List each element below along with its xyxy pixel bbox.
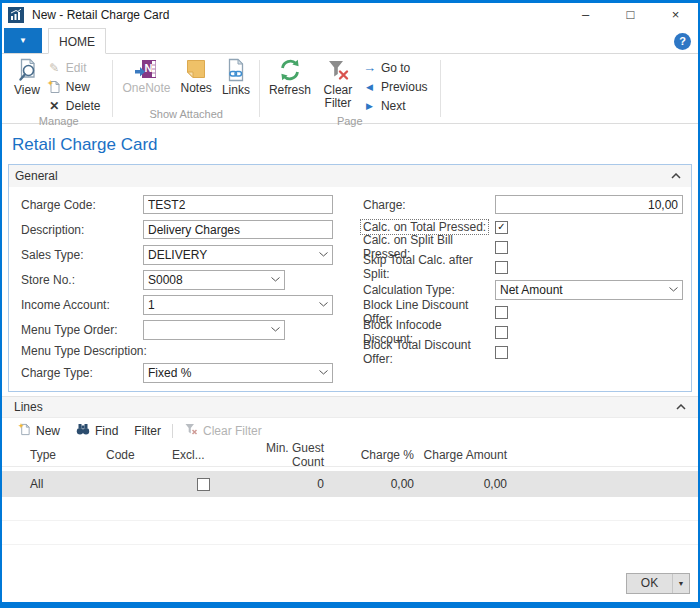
column-header-code[interactable]: Code [106, 448, 172, 462]
next-button[interactable]: ▶ Next [360, 96, 436, 115]
lines-filter-label: Filter [134, 424, 161, 438]
column-header-charge-amount[interactable]: Charge Amount [414, 448, 507, 462]
delete-x-icon: ✕ [47, 99, 62, 113]
description-label: Description: [21, 223, 143, 237]
goto-arrow-icon: → [362, 62, 377, 74]
links-icon [226, 58, 246, 82]
previous-label: Previous [381, 80, 428, 94]
ok-button[interactable]: OK ▼ [626, 573, 690, 594]
column-header-charge-pct[interactable]: Charge % [324, 448, 414, 462]
block-total-discount-offer-checkbox[interactable] [495, 346, 508, 359]
general-body: Charge Code: Description: Sales Type: DE… [9, 187, 691, 391]
lines-fasttab: Lines New [2, 396, 698, 545]
minimize-icon[interactable]: – [563, 3, 608, 27]
calc-on-total-pressed-checkbox[interactable]: ✓ [495, 221, 508, 234]
ribbon-separator [440, 60, 441, 117]
previous-arrow-icon: ◀ [362, 82, 377, 92]
new-page-icon [47, 80, 62, 94]
charge-field[interactable] [495, 195, 683, 214]
general-fasttab: General Charge Code: Description: Sales … [8, 164, 692, 392]
lines-fasttab-header[interactable]: Lines [2, 396, 698, 418]
column-header-min-guest-count[interactable]: Min. Guest Count [234, 441, 324, 469]
ribbon-tab-row: ▼ HOME ? [2, 27, 698, 54]
clear-filter-small-icon [184, 422, 198, 439]
help-icon[interactable]: ? [674, 33, 691, 50]
toolbar-separator [172, 424, 173, 438]
menu-type-description-label: Menu Type Description: [21, 344, 147, 358]
app-menu-button[interactable]: ▼ [4, 28, 42, 53]
general-header-label: General [15, 169, 58, 183]
close-icon[interactable]: × [653, 3, 698, 27]
previous-button[interactable]: ◀ Previous [360, 77, 436, 96]
links-button[interactable]: Links [217, 56, 255, 97]
block-line-discount-offer-checkbox[interactable] [495, 306, 508, 319]
menu-type-order-select[interactable] [143, 320, 285, 340]
view-icon [16, 58, 38, 82]
collapse-chevron-icon[interactable] [671, 173, 681, 179]
onenote-button[interactable]: N OneNote [117, 56, 175, 95]
goto-button[interactable]: → Go to [360, 58, 436, 77]
block-infocode-discount-checkbox[interactable] [495, 326, 508, 339]
description-field[interactable] [143, 220, 333, 239]
column-header-type[interactable]: Type [30, 448, 106, 462]
store-no-select[interactable]: S0008 [143, 270, 285, 290]
ribbon: View ✎ Edit [2, 54, 698, 124]
empty-grid-row [2, 497, 698, 521]
calculation-type-value: Net Amount [500, 283, 563, 297]
cell-charge-pct: 0,00 [324, 477, 414, 491]
chevron-down-icon [271, 277, 280, 282]
notes-icon [185, 58, 207, 80]
notes-button[interactable]: Notes [176, 56, 217, 95]
sales-type-label: Sales Type: [21, 248, 143, 262]
delete-button[interactable]: ✕ Delete [45, 96, 109, 115]
binoculars-icon [76, 423, 90, 438]
menu-type-order-label: Menu Type Order: [21, 323, 143, 337]
cell-type: All [30, 477, 106, 491]
cell-excl [172, 478, 234, 491]
calc-on-split-bill-pressed-checkbox[interactable] [495, 241, 508, 254]
calculation-type-select[interactable]: Net Amount [495, 280, 683, 300]
income-account-label: Income Account: [21, 298, 143, 312]
edit-button[interactable]: ✎ Edit [45, 58, 109, 77]
refresh-button[interactable]: Refresh [264, 56, 316, 97]
lines-new-button[interactable]: New [10, 418, 68, 443]
onenote-label: OneNote [122, 82, 170, 95]
ok-dropdown-icon[interactable]: ▼ [672, 574, 689, 593]
lines-clear-filter-button[interactable]: Clear Filter [176, 418, 270, 443]
excl-checkbox[interactable] [197, 478, 210, 491]
sales-type-value: DELIVERY [148, 248, 207, 262]
maximize-icon[interactable]: □ [608, 3, 653, 27]
app-chart-icon [8, 7, 24, 23]
clear-filter-label: Clear Filter [321, 84, 355, 110]
lines-clear-filter-label: Clear Filter [203, 424, 262, 438]
charge-code-field[interactable] [143, 195, 333, 214]
lines-find-button[interactable]: Find [68, 418, 126, 443]
lines-row[interactable]: All 0 0,00 0,00 [2, 471, 698, 497]
column-header-excl[interactable]: Excl... [172, 448, 234, 462]
clear-filter-button[interactable]: Clear Filter [316, 56, 360, 110]
cell-min-guest-count: 0 [234, 477, 324, 491]
lines-new-label: New [36, 424, 60, 438]
lines-filter-button[interactable]: Filter [126, 418, 169, 443]
general-fasttab-header[interactable]: General [9, 165, 691, 187]
collapse-chevron-icon[interactable] [676, 404, 686, 410]
manage-group-label: Manage [6, 115, 111, 130]
view-button[interactable]: View [9, 56, 45, 97]
ribbon-separator [259, 60, 260, 117]
sales-type-select[interactable]: DELIVERY [143, 245, 333, 265]
tab-home[interactable]: HOME [48, 28, 106, 54]
next-label: Next [381, 99, 406, 113]
links-label: Links [222, 84, 250, 97]
goto-label: Go to [381, 61, 410, 75]
skip-total-calc-after-split-checkbox[interactable] [495, 261, 508, 274]
ok-button-label[interactable]: OK [627, 574, 672, 593]
store-no-label: Store No.: [21, 273, 143, 287]
retail-charge-card-window: New - Retail Charge Card – □ × ▼ HOME ? [0, 0, 700, 608]
onenote-icon: N [135, 58, 159, 80]
lines-grid-header: Type Code Excl... Min. Guest Count Charg… [2, 443, 698, 467]
clear-filter-icon [326, 58, 350, 82]
new-button[interactable]: New [45, 77, 109, 96]
income-account-select[interactable]: 1 [143, 295, 333, 315]
page-group-label: Page [261, 115, 439, 130]
charge-type-select[interactable]: Fixed % [143, 363, 333, 383]
